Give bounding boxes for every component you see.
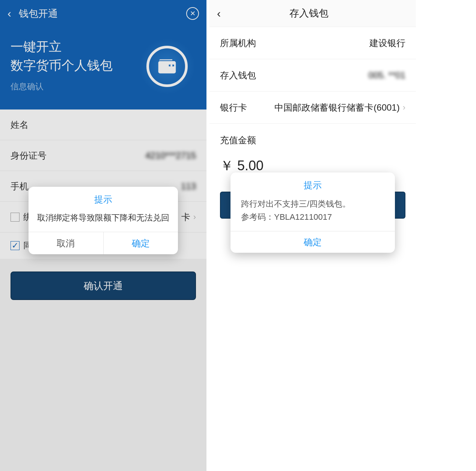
confirm-label: 确定	[304, 236, 322, 248]
confirm-label: 确定	[132, 237, 150, 249]
wallet-label: 存入钱包	[220, 69, 269, 81]
dialog-line-1: 跨行对出不支持三/四类钱包。	[241, 197, 384, 210]
wallet-value: 005. **01	[269, 70, 405, 81]
screen-deposit: ‹ 存入钱包 所属机构 建设银行 存入钱包 005. **01 银行卡 中国邮政…	[209, 0, 416, 471]
cancel-label: 取消	[57, 237, 75, 249]
dialog-title: 提示	[230, 172, 395, 194]
recharge-label: 充值金额	[209, 124, 416, 150]
org-value: 建设银行	[269, 37, 405, 49]
header: ‹ 存入钱包	[209, 0, 416, 27]
dialog-buttons: 取消 确定	[29, 232, 178, 254]
confirm-button[interactable]: 确定	[104, 232, 178, 254]
dialog-line-2: 参考码：YBLA12110017	[241, 210, 384, 224]
card-value: 中国邮政储蓄银行储蓄卡(6001)	[269, 102, 400, 114]
dialog-title: 提示	[29, 187, 178, 208]
wallet-row[interactable]: 存入钱包 005. **01	[209, 59, 416, 92]
cancel-button[interactable]: 取消	[29, 232, 104, 254]
page-title: 存入钱包	[221, 7, 397, 20]
card-row[interactable]: 银行卡 中国邮政储蓄银行储蓄卡(6001) ›	[209, 92, 416, 124]
alert-dialog: 提示 跨行对出不支持三/四类钱包。 参考码：YBLA12110017 确定	[230, 172, 395, 253]
alert-dialog: 提示 取消绑定将导致限额下降和无法兑回 取消 确定	[29, 187, 178, 254]
confirm-button[interactable]: 确定	[230, 231, 395, 253]
back-icon[interactable]: ‹	[217, 7, 221, 20]
screen-wallet-open: ‹ 钱包开通 ✕ 一键开立 数字货币个人钱包 信息确认 姓名 身份证号 4210…	[0, 0, 206, 471]
org-row: 所属机构 建设银行	[209, 27, 416, 59]
card-label: 银行卡	[220, 102, 269, 114]
dialog-message: 跨行对出不支持三/四类钱包。 参考码：YBLA12110017	[230, 194, 395, 231]
org-label: 所属机构	[220, 37, 269, 49]
dialog-message: 取消绑定将导致限额下降和无法兑回	[29, 208, 178, 232]
chevron-right-icon: ›	[403, 103, 405, 112]
